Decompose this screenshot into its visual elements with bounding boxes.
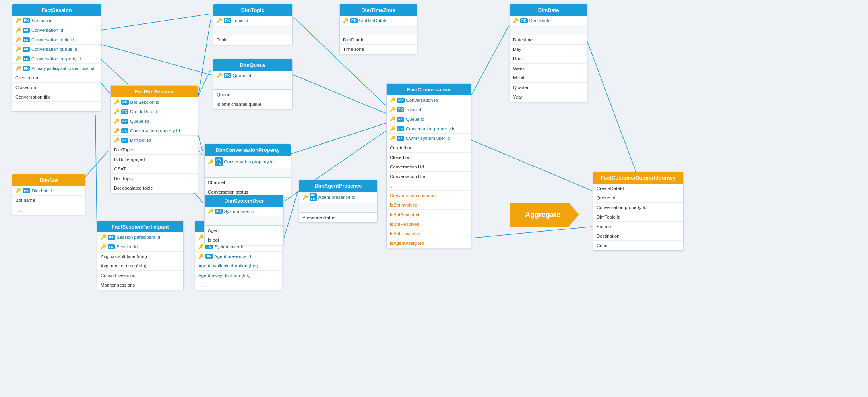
table-dimAgentPresence-body: 🔑PKFKAgent presence id Presence status xyxy=(299,192,377,222)
row-label: Created on xyxy=(15,76,38,80)
table-factSessionParticipant-header: FactSessionParticipant xyxy=(97,221,183,232)
row-label: Week xyxy=(513,66,525,71)
row-label: Queue id xyxy=(406,117,424,122)
table-dimConversationProperty: DimConversationProperty 🔑PKFKConversatio… xyxy=(204,144,291,197)
svg-line-19 xyxy=(469,227,592,238)
row-label: DimTopic Id xyxy=(597,215,620,219)
table-row: 🔑FKSession id xyxy=(97,242,183,252)
table-row: Bot name xyxy=(12,196,85,205)
table-dimBot-body: 🔑PKDim bot id Bot name … xyxy=(12,186,85,215)
key-icon: 🔑 xyxy=(101,244,106,249)
key-icon: 🔑 xyxy=(114,118,120,124)
badge-fk: FK xyxy=(23,56,30,61)
table-row: … xyxy=(12,205,85,215)
key-icon: 🔑 xyxy=(15,56,21,61)
table-row: Queue xyxy=(213,90,292,99)
table-factSession-body: 🔑PKSession id 🔑FKConversation id 🔑FKConv… xyxy=(12,16,101,111)
table-dimTimeZone-header: DimTimeZone xyxy=(340,4,417,16)
row-label: Conversation outcome xyxy=(390,193,436,198)
row-label: Is Bot engaged xyxy=(114,157,145,162)
row-label: Bot name xyxy=(15,198,35,203)
row-label: DimDateId xyxy=(343,37,364,42)
diagram-canvas: FactSession 🔑PKSession id 🔑FKConversatio… xyxy=(0,0,868,397)
table-row: 🔑PKBot Session id xyxy=(111,97,198,107)
table-row xyxy=(213,25,292,35)
row-label: Owner system user id xyxy=(406,136,450,141)
table-factCustomerSupportJourney-header: FactCustomerSupportJourney xyxy=(593,172,683,184)
table-row: 🔑FKQueue Id xyxy=(111,116,198,126)
row-label: Topic id xyxy=(406,107,421,112)
table-row: Closed on xyxy=(387,153,471,162)
key-icon: 🔑 xyxy=(198,254,204,259)
table-row: DimTopic xyxy=(111,145,198,155)
key-icon: 🔑 xyxy=(15,66,21,71)
row-label: Agent presence id xyxy=(214,254,251,259)
table-row: Is bot xyxy=(205,235,283,245)
row-label: Date time xyxy=(513,37,533,42)
badge-pk: PK xyxy=(215,209,223,214)
table-factBotSession: FactBotSession 🔑PKBot Session id 🔑FKCrea… xyxy=(110,85,198,193)
table-row: 🔑PKSession id xyxy=(12,16,101,25)
badge-pk: PK xyxy=(23,18,30,23)
table-row: 🔑FKConversation id xyxy=(12,25,101,35)
key-icon: 🔑 xyxy=(15,188,21,193)
table-factSessionParticipant: FactSessionParticipant 🔑PKSession partic… xyxy=(97,221,184,290)
row-label: Conversation status xyxy=(208,190,248,194)
table-row: IsBotInvolved xyxy=(387,200,471,210)
row-label: Bot Session id xyxy=(130,100,160,105)
table-row: Topic xyxy=(213,35,292,45)
row-label: CreateDateId xyxy=(130,109,157,114)
table-row: 🔑FKTopic id xyxy=(387,105,471,114)
table-row xyxy=(213,80,292,90)
badge-fk: FK xyxy=(205,254,213,259)
row-label: Agent avaliable duration (hrs) xyxy=(198,263,258,268)
row-label: Agent presence id xyxy=(318,195,355,199)
aggregate-label: Aggregate xyxy=(525,211,560,219)
row-label: Conversation property id xyxy=(31,56,81,61)
table-dimQueue-body: 🔑PKQueue id Queue Is omnichannel queue xyxy=(213,71,292,109)
table-row: Monitor sessions xyxy=(97,280,183,290)
table-row: IsBotEscalated xyxy=(387,229,471,238)
table-row: Avg.monitor time (min) xyxy=(97,261,183,271)
table-row: Time zone xyxy=(340,45,417,54)
key-icon: 🔑 xyxy=(114,99,120,105)
table-row: Day xyxy=(510,45,587,54)
table-row: Agent away duration (hrs) xyxy=(195,271,282,280)
key-icon: 🔑 xyxy=(390,136,395,141)
table-dimTopic-header: DimTopic xyxy=(213,4,292,16)
table-row: Created on xyxy=(387,143,471,153)
row-label: Conversation property id xyxy=(224,159,274,164)
table-row: 🔑FKConversation topic id xyxy=(12,35,101,45)
table-dimAgentPresence: DimAgentPresence 🔑PKFKAgent presence id … xyxy=(299,180,378,223)
badge-fk: FK xyxy=(121,128,128,133)
table-row: 🔑PKUtcDimDateId xyxy=(340,16,417,25)
table-row: Created on xyxy=(12,73,101,83)
table-row: IsBotResolved xyxy=(387,219,471,229)
key-icon: 🔑 xyxy=(302,195,308,200)
table-row: Quarter xyxy=(510,83,587,92)
table-row: 🔑FKConversation queue id xyxy=(12,45,101,54)
table-row: Agent xyxy=(205,226,283,235)
badge-fk: FK xyxy=(23,66,30,71)
key-icon: 🔑 xyxy=(208,159,213,165)
key-icon: 🔑 xyxy=(217,73,222,78)
table-factConversation-header: FactConversation xyxy=(387,84,471,95)
table-dimDate-body: 🔑PKDimDateId Date time Day Hour Week Mon… xyxy=(510,16,587,102)
badge-pk: PK xyxy=(224,73,231,78)
key-icon: 🔑 xyxy=(198,244,204,249)
table-dimTimeZone: DimTimeZone 🔑PKUtcDimDateId DimDateId Ti… xyxy=(339,4,417,54)
table-row: DimTopic Id xyxy=(593,212,683,222)
table-row: 🔑PKFKConversation property id xyxy=(205,156,291,168)
table-row: 🔑FKConversation property Id xyxy=(111,126,198,136)
table-row: Conversation title xyxy=(387,172,471,181)
row-label: Session participant id xyxy=(117,235,160,240)
table-row: Conversation title xyxy=(12,92,101,102)
row-label: Dim bot id xyxy=(32,188,52,193)
badge-pk: PK xyxy=(23,188,30,193)
svg-line-16 xyxy=(469,139,592,191)
key-icon: 🔑 xyxy=(390,126,395,131)
badge-fk: FK xyxy=(397,136,404,141)
table-dimSystemUser: DimSystemUser 🔑PKSystem user id Agent Is… xyxy=(204,195,284,245)
table-row: Month xyxy=(510,73,587,83)
row-label: IsBotInvolved xyxy=(390,203,417,207)
